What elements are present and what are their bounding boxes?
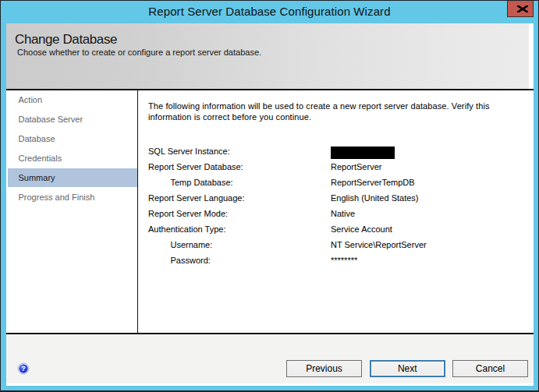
svg-text:?: ? [21, 364, 26, 373]
